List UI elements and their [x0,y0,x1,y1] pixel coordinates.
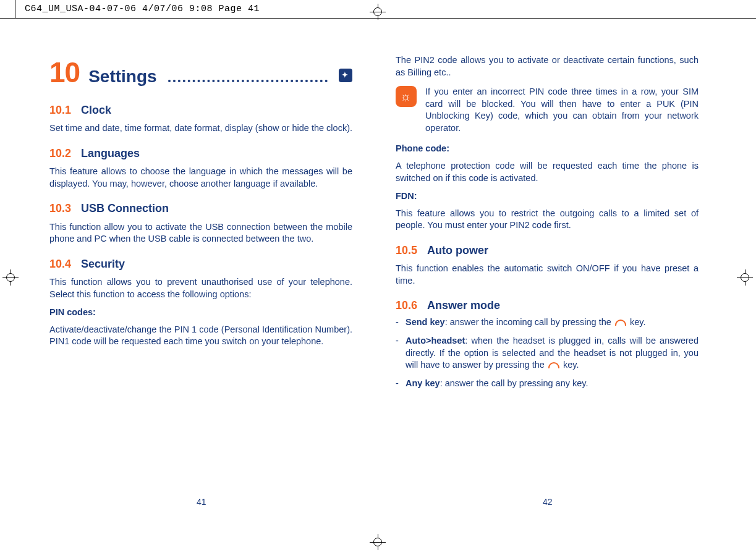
section-10-3-heading: 10.3 USB Connection [49,201,352,216]
registration-mark-left [2,269,19,286]
prepress-slug: C64_UM_USA-04-07-06 4/07/06 9:08 Page 41 [25,4,260,14]
page-41: 10 Settings 10.1 Clock Set time and date… [49,49,352,354]
bullet-text: : answer the incoming call by pressing t… [445,317,614,327]
section-10-3-body: This function allow you to activate the … [49,221,352,245]
pin-codes-body: Activate/deactivate/change the PIN 1 cod… [49,324,352,348]
section-10-2-heading: 10.2 Languages [49,146,352,161]
bullet-term: Send key [406,317,445,327]
section-number: 10.4 [49,258,71,270]
page-number-left: 41 [197,497,206,507]
section-10-6-heading: 10.6 Answer mode [396,298,699,313]
section-number: 10.5 [396,244,417,256]
dot-leader [168,78,328,82]
answer-mode-item-any-key: - Any key: answer the call by pressing a… [396,378,699,390]
section-title: Clock [81,104,111,116]
section-number: 10.6 [396,299,417,311]
section-10-2-body: This feature allows to choose the langua… [49,166,352,190]
bullet-term: Auto>headset [406,336,465,345]
registration-mark-bottom [370,534,386,550]
section-number: 10.2 [49,147,71,159]
answer-mode-item-send-key: - Send key: answer the incoming call by … [396,316,699,329]
section-10-4-heading: 10.4 Security [49,256,352,271]
section-title: Auto power [427,244,488,256]
pin2-body: The PIN2 code allows you to activate or … [396,54,699,78]
page-42: The PIN2 code allows you to activate or … [396,49,699,396]
note-text: If you enter an incorrect PIN code three… [425,86,699,134]
fdn-label: FDN: [396,190,699,203]
bullet-text: : answer the call by pressing any key. [440,378,588,388]
chapter-title: Settings [88,65,156,88]
section-10-5-heading: 10.5 Auto power [396,243,699,258]
bullet-dash: - [396,335,406,371]
section-title: Languages [81,147,140,159]
bullet-term: Any key [406,378,440,388]
call-key-icon [615,320,626,326]
section-10-1-heading: 10.1 Clock [49,103,352,117]
section-title: Security [81,258,125,270]
call-key-icon [548,362,559,368]
chapter-number: 10 [49,53,80,91]
page-number-right: 42 [543,497,553,507]
bullet-text-tail: key. [561,360,579,370]
settings-icon [339,69,352,82]
registration-mark-top [370,4,386,20]
section-title: USB Connection [81,202,169,214]
bullet-text-tail: key. [627,317,646,327]
bullet-dash: - [396,316,406,329]
answer-mode-item-auto-headset: - Auto>headset: when the headset is plug… [396,335,699,371]
section-number: 10.1 [49,104,71,116]
section-number: 10.3 [49,202,71,214]
section-10-4-body: This function allows you to prevent unau… [49,276,352,300]
note-block: If you enter an incorrect PIN code three… [396,86,699,134]
phone-code-label: Phone code: [396,143,699,155]
section-10-1-body: Set time and date, time format, date for… [49,122,352,135]
phone-code-body: A telephone protection code will be requ… [396,160,699,184]
chapter-heading: 10 Settings [49,53,352,91]
fdn-body: This feature allows you to restrict the … [396,208,699,232]
tip-icon [396,86,417,107]
section-10-5-body: This function enables the automatic swit… [396,263,699,287]
section-title: Answer mode [427,299,500,311]
bullet-dash: - [396,378,406,390]
registration-mark-right [737,269,753,286]
pin-codes-label: PIN codes: [49,307,352,319]
